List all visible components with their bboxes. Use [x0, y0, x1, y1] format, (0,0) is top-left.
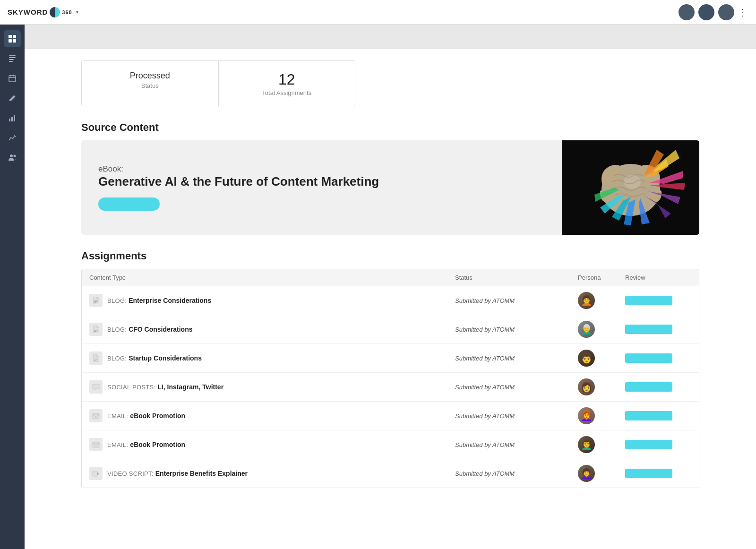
stat-total-value: 12	[230, 70, 344, 88]
svg-rect-5	[9, 57, 16, 58]
assignments-section-title: Assignments	[81, 250, 699, 262]
svg-marker-32	[97, 472, 99, 475]
cell-content-type-0: BLOG: Enterprise Considerations	[89, 294, 455, 307]
sidebar-item-team[interactable]	[4, 149, 21, 166]
table-row: EMAIL: eBook Promotion Submitted by ATOM…	[82, 402, 699, 430]
persona-avatar-1: 👨‍🦳	[578, 321, 595, 338]
persona-0: 🧑‍🦱	[578, 292, 625, 309]
col-header-content-type: Content Type	[89, 274, 455, 281]
persona-5: 👨‍🦱	[578, 436, 625, 453]
col-header-status: Status	[455, 274, 578, 281]
persona-avatar-5: 👨‍🦱	[578, 436, 595, 453]
persona-4: 👩‍🦰	[578, 407, 625, 424]
brand-dropdown-arrow[interactable]: ▾	[76, 9, 78, 15]
svg-rect-28	[94, 360, 96, 360]
persona-avatar-0: 🧑‍🦱	[578, 292, 595, 309]
source-card-image	[562, 140, 699, 235]
status-5: Submitted by ATOMM	[455, 441, 578, 448]
nav-avatar-1[interactable]	[679, 4, 695, 20]
content-title-6[interactable]: Enterprise Benefits Explainer	[155, 470, 248, 477]
persona-avatar-6: 👩‍🦱	[578, 465, 595, 482]
review-bar-2[interactable]	[625, 353, 672, 363]
content-info-1: BLOG: CFO Considerations	[107, 325, 193, 334]
table-header: Content Type Status Persona Review	[82, 269, 699, 286]
review-bar-6[interactable]	[625, 469, 672, 478]
content-title-4[interactable]: eBook Promotion	[130, 412, 185, 420]
source-subtitle: eBook:	[98, 164, 545, 174]
source-action-button[interactable]	[98, 197, 160, 211]
content-area: Processed Status 12 Total Assignments So…	[25, 49, 756, 549]
status-2: Submitted by ATOMM	[455, 355, 578, 362]
review-bar-0[interactable]	[625, 296, 672, 305]
status-0: Submitted by ATOMM	[455, 297, 578, 304]
svg-rect-30	[93, 442, 99, 447]
svg-point-16	[14, 155, 16, 157]
brand-circle	[50, 7, 60, 17]
stat-processed-sublabel: Status	[93, 82, 207, 89]
stat-total-sublabel: Total Assignments	[230, 89, 344, 96]
table-row: VIDEO SCRIPT: Enterprise Benefits Explai…	[82, 459, 699, 488]
svg-rect-23	[94, 329, 98, 329]
content-prefix-0: BLOG:	[107, 297, 129, 304]
review-bar-3[interactable]	[625, 382, 672, 392]
main-content: Processed Status 12 Total Assignments So…	[25, 25, 756, 549]
content-info-4: EMAIL: eBook Promotion	[107, 412, 185, 420]
top-bar	[25, 25, 756, 49]
navbar-left: SKYWORD360 ▾	[8, 7, 78, 17]
content-title-5[interactable]: eBook Promotion	[130, 441, 185, 448]
stat-card-processed: Processed Status	[82, 61, 219, 106]
svg-rect-13	[11, 117, 13, 121]
svg-rect-3	[13, 39, 16, 43]
sidebar-item-analytics[interactable]	[4, 110, 21, 127]
content-title-1[interactable]: CFO Considerations	[129, 326, 192, 333]
sidebar-item-dashboard[interactable]	[4, 30, 21, 47]
doc-icon-1	[89, 323, 103, 336]
persona-2: 👨	[578, 350, 625, 367]
content-title-0[interactable]: Enterprise Considerations	[129, 297, 211, 304]
content-prefix-3: SOCIAL POSTS:	[107, 384, 157, 391]
chat-icon-3	[89, 380, 103, 394]
svg-rect-14	[14, 115, 15, 121]
source-card-text: eBook: Generative AI & the Future of Con…	[81, 140, 562, 235]
review-bar-5[interactable]	[625, 440, 672, 449]
sidebar-item-performance[interactable]	[4, 129, 21, 146]
svg-rect-29	[93, 413, 99, 419]
sidebar	[0, 25, 25, 549]
review-bar-1[interactable]	[625, 325, 672, 334]
content-title-2[interactable]: Startup Considerations	[129, 354, 202, 362]
cell-content-type-1: BLOG: CFO Considerations	[89, 323, 455, 336]
svg-rect-2	[9, 39, 12, 43]
cell-content-type-5: EMAIL: eBook Promotion	[89, 438, 455, 451]
content-info-2: BLOG: Startup Considerations	[107, 354, 202, 362]
svg-rect-4	[9, 55, 16, 56]
svg-rect-21	[94, 301, 98, 302]
nav-avatar-2[interactable]	[698, 4, 714, 20]
email-icon-4	[89, 409, 103, 422]
svg-rect-0	[9, 35, 12, 38]
sidebar-item-edit[interactable]	[4, 90, 21, 107]
persona-1: 👨‍🦳	[578, 321, 625, 338]
nav-avatar-3[interactable]	[718, 4, 734, 20]
sidebar-item-content[interactable]	[4, 50, 21, 67]
svg-rect-1	[13, 35, 16, 38]
review-bar-4[interactable]	[625, 411, 672, 420]
content-info-3: SOCIAL POSTS: LI, Instagram, Twitter	[107, 383, 223, 391]
cell-content-type-3: SOCIAL POSTS: LI, Instagram, Twitter	[89, 380, 455, 394]
brand-suffix: 360	[62, 9, 72, 15]
more-options-icon[interactable]: ⋮	[738, 7, 748, 18]
stat-card-total: 12 Total Assignments	[219, 61, 355, 106]
svg-rect-12	[9, 119, 10, 121]
assignments-table: Content Type Status Persona Review BLOG:…	[81, 269, 699, 488]
table-row: EMAIL: eBook Promotion Submitted by ATOM…	[82, 430, 699, 459]
svg-rect-25	[94, 331, 96, 332]
content-title-3[interactable]: LI, Instagram, Twitter	[157, 383, 223, 391]
persona-3: 👩	[578, 378, 625, 395]
source-content-title: Source Content	[81, 121, 699, 134]
brand-logo[interactable]: SKYWORD360	[8, 7, 72, 17]
video-icon-6	[89, 467, 103, 480]
status-1: Submitted by ATOMM	[455, 326, 578, 333]
stat-processed-label: Processed	[93, 70, 207, 81]
navbar: SKYWORD360 ▾ ⋮	[0, 0, 756, 25]
status-6: Submitted by ATOMM	[455, 470, 578, 477]
sidebar-item-calendar[interactable]	[4, 70, 21, 87]
